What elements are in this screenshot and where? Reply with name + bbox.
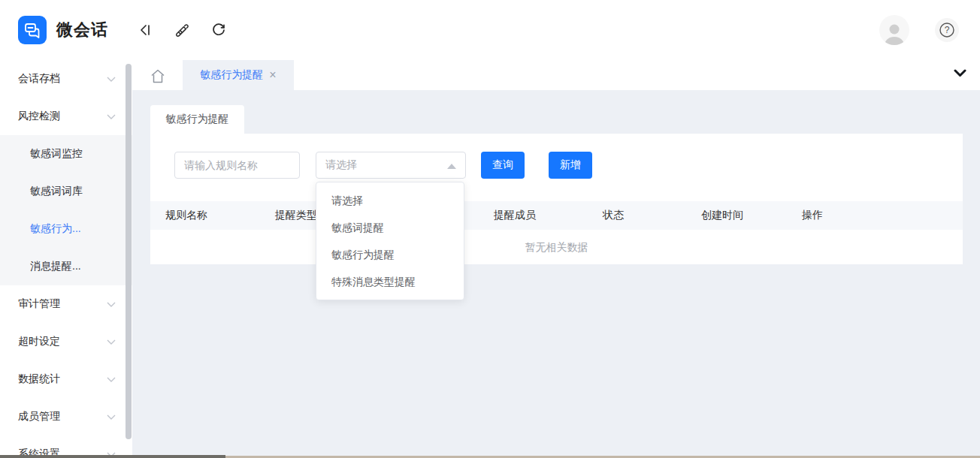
rule-name-input[interactable] — [174, 152, 300, 179]
col-reminder-members: 提醒成员 — [494, 209, 603, 222]
select-value: 请选择 — [325, 158, 357, 172]
sidebar-item-label: 数据统计 — [18, 372, 60, 386]
chevron-down-icon — [107, 377, 116, 382]
theme-brush-icon[interactable] — [174, 22, 190, 38]
app-logo — [18, 16, 47, 44]
sidebar-subitem-sensitive-behavior[interactable]: 敏感行为... — [0, 210, 132, 248]
col-rule-name: 规则名称 — [165, 209, 275, 222]
content-tab-label: 敏感行为提醒 — [166, 113, 229, 126]
subitem-label: 敏感词词库 — [30, 185, 83, 198]
sidebar-item-data-statistics[interactable]: 数据统计 — [0, 360, 132, 398]
sidebar-subitem-message-reminder[interactable]: 消息提醒... — [0, 248, 132, 285]
sidebar-item-label: 风控检测 — [18, 110, 60, 123]
chevron-down-icon — [107, 114, 116, 119]
bottom-edge-dark-strip — [0, 455, 225, 458]
dropdown-option-special-message[interactable]: 特殊消息类型提醒 — [316, 268, 464, 295]
add-button[interactable]: 新增 — [549, 152, 592, 179]
sidebar-item-session-archive[interactable]: 会话存档 — [0, 60, 132, 98]
sidebar-item-member-management[interactable]: 成员管理 — [0, 398, 132, 435]
select-arrow-up-icon — [447, 164, 456, 169]
page-tabbar: 敏感行为提醒 × — [132, 60, 980, 90]
sidebar-item-audit-management[interactable]: 审计管理 — [0, 285, 132, 323]
dropdown-option-please-select[interactable]: 请选择 — [316, 187, 464, 214]
chevron-down-icon — [107, 339, 116, 345]
sidebar-item-label: 审计管理 — [18, 297, 60, 311]
reminder-type-select[interactable]: 请选择 — [316, 152, 466, 179]
chevron-down-icon — [107, 414, 116, 420]
col-create-time: 创建时间 — [701, 209, 802, 222]
chevron-down-icon — [107, 302, 116, 307]
subitem-label: 敏感行为... — [30, 222, 81, 236]
subitem-label: 敏感词监控 — [30, 147, 83, 161]
sidebar: 会话存档 风控检测 敏感词监控 敏感词词库 敏感行为... 消息提醒... 审计… — [0, 60, 132, 458]
collapse-sidebar-icon[interactable] — [137, 22, 153, 38]
tab-label: 敏感行为提醒 — [200, 68, 263, 82]
col-status: 状态 — [603, 209, 701, 222]
empty-state-text: 暂无相关数据 — [150, 230, 963, 264]
dropdown-option-sensitive-word[interactable]: 敏感词提醒 — [316, 214, 464, 241]
sidebar-subitem-sensitive-word-library[interactable]: 敏感词词库 — [0, 173, 132, 210]
sidebar-scrollbar[interactable] — [126, 64, 132, 439]
table-header-row: 规则名称 提醒类型 提醒成员 状态 创建时间 操作 — [150, 201, 963, 230]
query-button[interactable]: 查询 — [481, 152, 525, 179]
dropdown-option-sensitive-behavior[interactable]: 敏感行为提醒 — [316, 241, 464, 268]
app-title: 微会话 — [56, 19, 108, 41]
sidebar-item-timeout-settings[interactable]: 超时设定 — [0, 323, 132, 360]
content-area: 敏感行为提醒 请选择 查询 新增 规则名称 提醒类型 提醒成员 状态 创建时间 … — [132, 90, 980, 458]
sidebar-item-label: 超时设定 — [18, 335, 60, 348]
svg-text:?: ? — [945, 25, 950, 35]
home-icon[interactable] — [149, 67, 167, 85]
header-toolbar — [137, 22, 227, 38]
chat-bubbles-icon — [23, 21, 41, 39]
sidebar-subitem-sensitive-word-monitor[interactable]: 敏感词监控 — [0, 135, 132, 173]
refresh-icon[interactable] — [210, 22, 227, 38]
main-panel: 请选择 查询 新增 规则名称 提醒类型 提醒成员 状态 创建时间 操作 暂无相关… — [150, 134, 963, 264]
col-actions: 操作 — [802, 209, 963, 222]
help-icon[interactable]: ? — [935, 18, 959, 42]
risk-detection-submenu: 敏感词监控 敏感词词库 敏感行为... 消息提醒... — [0, 135, 132, 285]
tab-sensitive-behavior-reminder[interactable]: 敏感行为提醒 × — [183, 60, 294, 90]
app-header: 微会话 — [0, 0, 980, 60]
sidebar-item-label: 会话存档 — [18, 72, 60, 86]
reminder-type-dropdown: 请选择 敏感词提醒 敏感行为提醒 特殊消息类型提醒 — [316, 182, 464, 300]
chevron-down-icon — [107, 77, 116, 82]
tabbar-chevron-down-icon[interactable] — [954, 69, 966, 77]
sidebar-item-risk-detection[interactable]: 风控检测 — [0, 98, 132, 135]
content-tab-sensitive-behavior[interactable]: 敏感行为提醒 — [150, 105, 244, 134]
close-icon[interactable]: × — [269, 69, 276, 81]
sidebar-item-label: 成员管理 — [18, 410, 60, 423]
subitem-label: 消息提醒... — [30, 260, 81, 273]
user-avatar[interactable] — [879, 15, 909, 45]
